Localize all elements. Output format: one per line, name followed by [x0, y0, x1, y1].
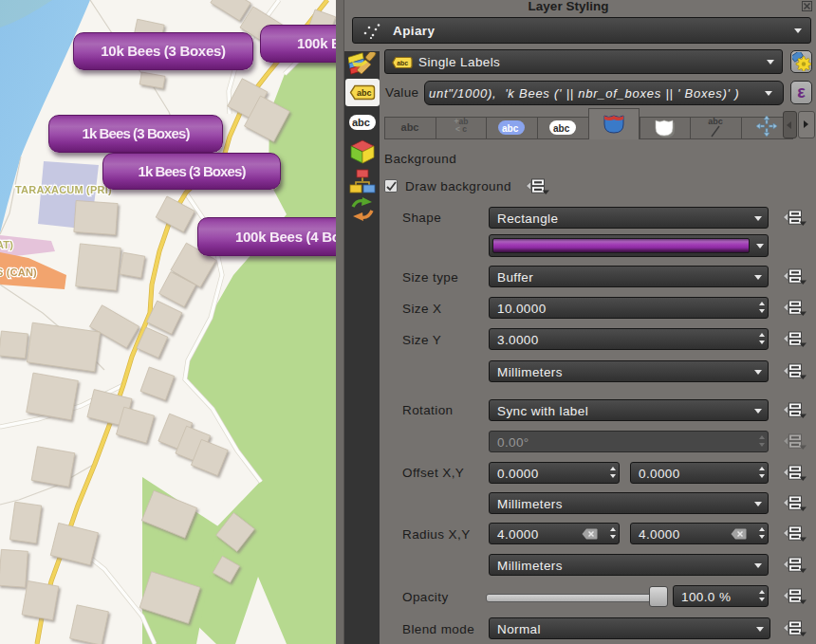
- svg-text:abc: abc: [352, 117, 370, 128]
- svg-text:abc: abc: [357, 88, 372, 98]
- svg-text:AT): AT): [0, 239, 13, 250]
- svg-text:abc: abc: [397, 60, 408, 66]
- svg-text:abc: abc: [502, 123, 519, 134]
- svg-text:TARAXACUM (PRI): TARAXACUM (PRI): [15, 184, 112, 195]
- svg-text:S (CAN): S (CAN): [0, 267, 37, 278]
- svg-text:abc: abc: [553, 123, 570, 134]
